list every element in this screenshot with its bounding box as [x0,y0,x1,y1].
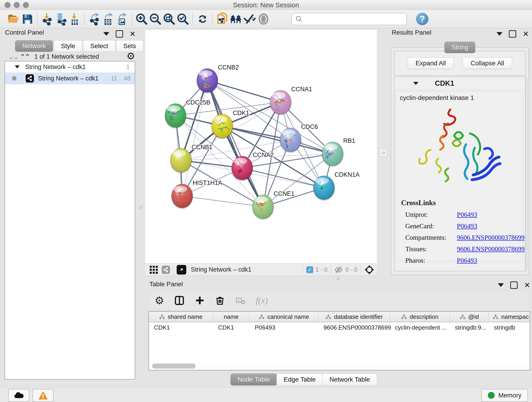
network-node-CCNE1[interactable]: CCNE1 [252,190,295,220]
export-image-icon[interactable] [115,12,129,26]
crosslink-link[interactable]: P06493 [457,222,477,230]
results-scrollbar[interactable] [526,77,529,269]
network-node-CDK1[interactable]: CDK1 [211,109,249,139]
string-home-icon[interactable] [229,12,243,26]
collapse-section-icon[interactable] [413,82,418,85]
column-tree-icon [401,314,407,320]
open-session-icon[interactable] [7,12,21,26]
selected-checkbox-icon[interactable]: ✓ [306,266,313,273]
import-table-icon[interactable] [68,12,82,26]
toolbar-separator [37,13,38,26]
apply-layout-icon[interactable] [196,12,209,26]
network-node-CCNB2[interactable]: CCNB2 [196,64,239,94]
delete-column-icon[interactable] [215,295,225,306]
network-node-CCNB1[interactable]: CCNB1 [170,144,213,173]
table-row[interactable]: CDK1 CDK1 P06493 9606.ENSP00000378699 cy… [149,322,530,333]
network-name: String Network – cdk1 [38,75,99,82]
toggle-glass-icon[interactable] [257,12,270,26]
help-icon[interactable]: ? [416,13,428,25]
network-edge[interactable] [207,80,281,102]
float-panel-icon[interactable] [510,281,518,289]
tab-edge-table[interactable]: Edge Table [277,374,323,385]
search-box[interactable] [291,13,407,25]
split-panel-icon[interactable] [174,295,185,306]
function-builder-icon[interactable]: f(x) [256,295,268,306]
hide-unhide-icon[interactable] [243,12,257,26]
left-splitter-handle[interactable] [139,205,143,209]
network-canvas[interactable]: CCNB2CCNA1CDC25BCDK1CDC6RB1CCNB1CCNA2CDK… [145,30,377,263]
panel-menu-icon[interactable] [498,283,504,287]
panel-menu-icon[interactable] [103,32,109,36]
tab-sets[interactable]: Sets [116,40,143,52]
zoom-selected-icon[interactable] [176,12,190,26]
tab-style[interactable]: Style [54,40,82,52]
node-label: CCNB2 [218,64,239,71]
birdseye-icon[interactable] [177,265,186,274]
column-header[interactable]: @id [450,312,489,322]
zoom-in-icon[interactable] [135,12,148,26]
cell-at-id: stringdb:9... [450,322,489,333]
network-node-HIST1H1A[interactable]: HIST1H1A [171,179,222,209]
zoom-fit-icon[interactable] [162,12,176,26]
network-options-gear-icon[interactable]: ⚙ [127,51,135,61]
float-panel-icon[interactable] [509,30,516,38]
table-horizontal-scrollbar[interactable] [150,364,528,369]
export-table-icon[interactable] [101,12,115,26]
scrollbar-thumb[interactable] [152,364,196,369]
float-panel-icon[interactable] [116,30,123,38]
import-network-icon[interactable] [40,12,54,26]
collapse-all-button[interactable]: Collapse All [462,57,512,69]
crosslink-link[interactable]: P06493 [457,257,477,264]
zoom-out-icon[interactable] [148,12,162,26]
close-panel-icon[interactable]: ✕ [523,31,529,37]
column-header[interactable]: database identifier [318,312,390,322]
memory-button[interactable]: Memory [481,389,528,402]
tab-network[interactable]: Network [15,40,53,52]
column-header[interactable]: description [390,312,450,322]
network-node-RB1[interactable]: RB1 [322,137,355,167]
tab-string[interactable]: String [444,42,475,53]
crosslink-link[interactable]: 9606.ENSP00000378699 [457,234,525,241]
network-node-CCNA1[interactable]: CCNA1 [270,86,312,115]
delete-table-icon[interactable] [235,295,246,306]
network-edge[interactable] [242,168,324,188]
crosshair-icon[interactable] [364,264,375,275]
copy-view-icon[interactable] [215,12,229,26]
network-collection-row[interactable]: String Network – cdk1 1 [5,61,135,72]
network-edge[interactable] [182,80,207,196]
warning-status-button[interactable] [32,389,54,402]
hidden-eye-icon[interactable] [334,265,343,274]
close-panel-icon[interactable]: ✕ [524,282,530,288]
import-database-icon[interactable] [54,12,68,26]
column-header[interactable]: canonical name [250,312,318,322]
gene-section-header[interactable]: CDK1 [394,77,525,90]
right-splitter-handle[interactable] [380,149,386,156]
tab-select[interactable]: Select [83,40,115,52]
close-panel-icon[interactable]: ✕ [129,31,136,37]
panel-menu-icon[interactable] [496,32,502,36]
export-network-icon[interactable] [88,12,101,26]
column-header[interactable]: shared name [149,312,213,322]
collapse-tree-icon[interactable] [15,65,20,69]
create-column-icon[interactable] [195,295,205,306]
crosslink-link[interactable]: P06493 [457,211,477,218]
network-graph[interactable]: CCNB2CCNA1CDC25BCDK1CDC6RB1CCNB1CCNA2CDK… [145,30,377,263]
table-tabs: Node Table Edge Table Network Table [0,374,532,385]
cloud-status-button[interactable] [8,389,29,402]
grid-mode-icon[interactable] [149,265,158,274]
network-node-CDKN1A[interactable]: CDKN1A [313,171,360,201]
column-header[interactable]: namespac [489,312,530,322]
crosslink-link[interactable]: 9606.ENSP00000378699 [457,245,525,253]
settings-gear-icon[interactable]: ⚙ [155,296,164,305]
search-input[interactable] [305,15,405,23]
share-mode-icon[interactable] [162,266,170,274]
network-row[interactable]: String Network – cdk1 11 48 [5,72,135,84]
bottom-splitter-handle[interactable] [336,276,340,280]
tab-node-table[interactable]: Node Table [230,374,277,385]
tab-network-table[interactable]: Network Table [322,374,377,385]
network-edge[interactable] [182,196,263,207]
network-edge[interactable] [207,80,263,207]
expand-all-button[interactable]: Expand All [408,57,454,69]
column-header[interactable]: name [213,312,250,322]
save-session-icon[interactable] [21,12,34,26]
